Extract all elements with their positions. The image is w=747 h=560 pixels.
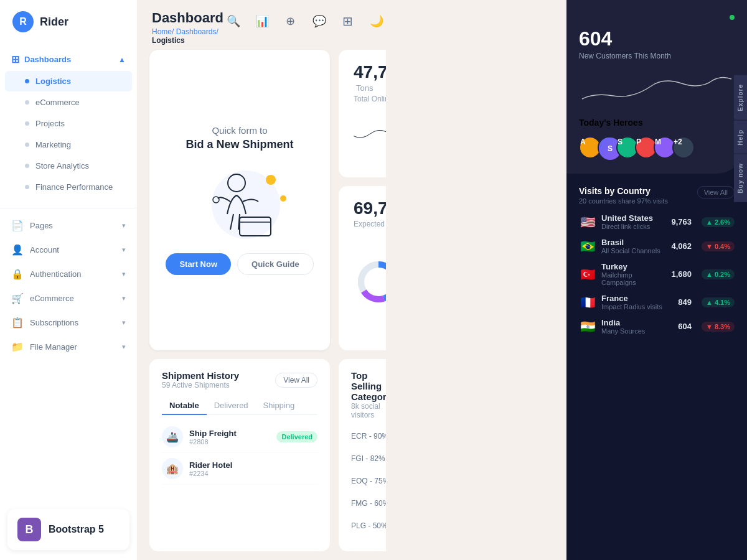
sidebar-logo[interactable]: R Rider xyxy=(0,0,137,44)
dark-header-row xyxy=(579,10,735,22)
earnings-card: 69,700 Expected Earnings This Month xyxy=(339,186,386,351)
country-info-br: Brasil All Social Channels xyxy=(601,238,666,254)
sidebar-item-ecommerce[interactable]: eCommerce xyxy=(5,92,132,113)
visits-subtitle: 20 countries share 97% visits xyxy=(579,197,668,205)
sidebar-item-marketing[interactable]: Marketing xyxy=(5,134,132,155)
top-grid: Quick form to Bid a New Shipment xyxy=(137,50,386,359)
flag-br: 🇧🇷 xyxy=(579,239,596,254)
bar-row-fmg: FMG - 60% 8,000 xyxy=(351,495,386,511)
shipment-row-2: 🏨 Rider Hotel #2234 xyxy=(162,453,317,485)
theme-button[interactable]: 🌙 xyxy=(367,11,386,31)
content-area: Dashboard Home/ Dashboards/ Logistics 🔍 … xyxy=(137,0,386,560)
shipment-id-2: #2234 xyxy=(189,470,317,477)
visits-in: 604 xyxy=(678,322,692,331)
top-header: Dashboard Home/ Dashboards/ Logistics 🔍 … xyxy=(137,0,386,50)
shipment-subtitle: 59 Active Shipments xyxy=(162,381,239,390)
tab-notable[interactable]: Notable xyxy=(162,397,207,415)
earnings-number: 69,700 xyxy=(354,198,386,218)
logo-icon: R xyxy=(12,11,34,32)
search-button[interactable]: 🔍 xyxy=(223,11,243,31)
shipment-name-1: Ship Freight xyxy=(189,429,270,438)
country-name-us: United States xyxy=(601,213,666,223)
sales-label: Total Online Sales xyxy=(354,95,386,103)
trend-us: ▲ 2.6% xyxy=(702,217,735,227)
bar-row-plg: PLG - 50% 7,000 xyxy=(351,518,386,534)
flag-us: 🇺🇸 xyxy=(579,215,596,230)
earnings-label: Expected Earnings This Month xyxy=(354,220,386,228)
sidebar-item-logistics[interactable]: Logistics xyxy=(5,71,132,91)
selling-header: Top Selling Categories 8k social visitor… xyxy=(351,370,386,419)
country-info-tr: Turkey Mailchimp Campaigns xyxy=(601,262,666,286)
heroes-section: Today's Heroes A S S P M +2 xyxy=(579,118,735,159)
help-tab[interactable]: Help xyxy=(734,120,747,154)
customers-sparkline xyxy=(579,68,735,108)
shipment-row-1: 🚢 Ship Freight #2808 Delivered xyxy=(162,421,317,453)
sidebar-item-authentication[interactable]: 🔒 Authentication ▾ xyxy=(0,262,137,286)
country-row-tr: 🇹🇷 Turkey Mailchimp Campaigns 1,680 ▲ 0.… xyxy=(579,262,735,286)
selling-title: Top Selling Categories xyxy=(351,370,386,402)
sidebar-item-account[interactable]: 👤 Account ▾ xyxy=(0,238,137,262)
new-customers-label: New Customers This Month xyxy=(579,52,735,60)
bar-row-eoq: EOQ - 75% 10,000 xyxy=(351,473,386,489)
country-name-tr: Turkey xyxy=(601,262,666,271)
flag-fr: 🇫🇷 xyxy=(579,295,596,310)
sidebar-item-projects[interactable]: Projects xyxy=(5,113,132,134)
start-now-button[interactable]: Start Now xyxy=(166,253,231,275)
tab-delivered[interactable]: Delivered xyxy=(207,397,256,414)
shipment-view-all[interactable]: View All xyxy=(275,373,317,388)
country-info-in: India Many Sources xyxy=(601,318,673,335)
promo-illustration xyxy=(196,161,283,236)
sidebar-item-subscriptions[interactable]: 📋 Subscriptions ▾ xyxy=(0,310,137,335)
shipment-status-1: Delivered xyxy=(276,431,317,442)
country-sub-br: All Social Channels xyxy=(601,247,666,254)
trend-in: ▼ 8.3% xyxy=(702,322,735,332)
page-title: Dashboard xyxy=(152,10,223,26)
trend-br: ▼ 0.4% xyxy=(702,241,735,251)
grid-button[interactable]: ⊕ xyxy=(281,11,301,31)
breadcrumb: Home/ Dashboards/ Logistics xyxy=(152,27,223,45)
quick-guide-button[interactable]: Quick Guide xyxy=(237,253,314,275)
shipment-info-2: Rider Hotel #2234 xyxy=(189,460,317,477)
promo-subtitle: Bid a New Shipment xyxy=(186,138,293,151)
country-name-br: Brasil xyxy=(601,238,666,247)
shipment-header: Shipment History 59 Active Shipments Vie… xyxy=(162,370,317,390)
shipment-title: Shipment History xyxy=(162,370,239,381)
new-customers-number: 604 xyxy=(579,27,612,50)
sidebar-item-file-manager[interactable]: 📁 File Manager ▾ xyxy=(0,335,137,359)
shipment-info-1: Ship Freight #2808 xyxy=(189,429,270,446)
online-dot xyxy=(730,15,735,20)
heroes-title: Today's Heroes xyxy=(579,118,735,128)
visits-fr: 849 xyxy=(678,297,692,307)
visits-view-all[interactable]: View All xyxy=(697,186,735,198)
logo-name: Rider xyxy=(40,16,68,29)
sidebar-item-finance[interactable]: Finance Performance xyxy=(5,177,132,197)
tab-shipping[interactable]: Shipping xyxy=(256,397,303,414)
top-selling-card: Top Selling Categories 8k social visitor… xyxy=(339,359,386,551)
sidebar-item-store-analytics[interactable]: Store Analytics xyxy=(5,156,132,176)
visits-br: 4,062 xyxy=(671,241,692,251)
buy-now-tab[interactable]: Buy now xyxy=(734,154,747,202)
header-actions: 🔍 📊 ⊕ 💬 ⊞ 🌙 xyxy=(223,10,386,32)
country-sub-in: Many Sources xyxy=(601,327,673,335)
chart-button[interactable]: 📊 xyxy=(252,11,272,31)
dashboards-group[interactable]: ⊞ Dashboards ▲ xyxy=(0,49,137,70)
country-sub-tr: Mailchimp Campaigns xyxy=(601,271,666,286)
visits-tr: 1,680 xyxy=(671,269,692,279)
shipment-icon-1: 🚢 xyxy=(162,426,183,447)
country-row-br: 🇧🇷 Brasil All Social Channels 4,062 ▼ 0.… xyxy=(579,238,735,254)
sidebar-item-ecommerce-main[interactable]: 🛒 eCommerce ▾ xyxy=(0,286,137,310)
promo-title: Quick form to xyxy=(212,125,267,136)
explore-tab[interactable]: Explore xyxy=(734,75,747,120)
bar-row-ecr: ECR - 90% 15,000 xyxy=(351,428,386,444)
new-customers-section: 604 New Customers This Month xyxy=(579,22,735,118)
sidebar: R Rider ⊞ Dashboards ▲ Logistics eCommer… xyxy=(0,0,137,560)
svg-point-1 xyxy=(266,175,276,185)
sidebar-item-pages[interactable]: 📄 Pages ▾ xyxy=(0,213,137,238)
messages-button[interactable]: 💬 xyxy=(309,11,329,31)
country-name-in: India xyxy=(601,318,673,327)
apps-button[interactable]: ⊞ xyxy=(338,11,358,31)
country-name-fr: France xyxy=(601,294,673,303)
svg-point-2 xyxy=(280,195,286,202)
country-info-us: United States Direct link clicks xyxy=(601,213,666,230)
donut-section: Used Truck freight 45% Used Ship freight… xyxy=(354,237,386,327)
